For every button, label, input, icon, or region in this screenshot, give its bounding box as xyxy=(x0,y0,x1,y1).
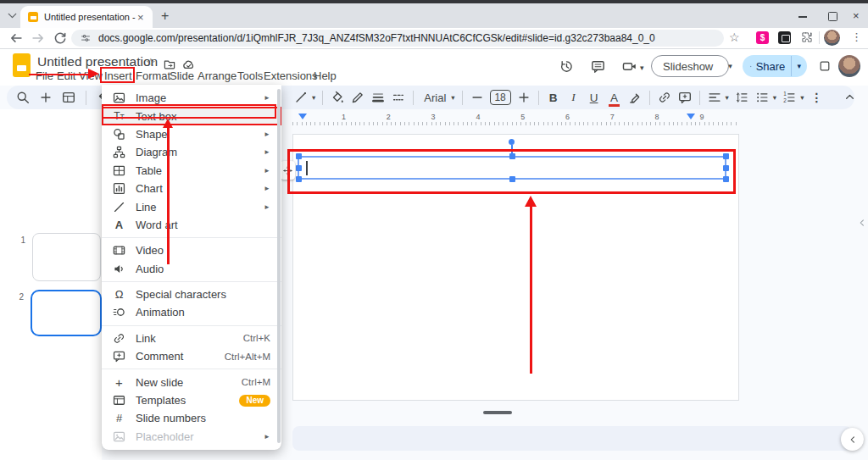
link-icon[interactable] xyxy=(657,90,672,105)
ruler-indent-marker-left[interactable] xyxy=(298,114,307,119)
caret-down-icon[interactable]: ▾ xyxy=(773,93,776,102)
share-caret-icon[interactable]: ▾ xyxy=(791,62,807,70)
numbers-icon[interactable]: 12 xyxy=(782,90,797,105)
caret-down-icon[interactable]: ▾ xyxy=(800,93,804,102)
menubar-item-tools[interactable]: Tools xyxy=(237,69,263,82)
menu-item-diagram[interactable]: Diagram► xyxy=(102,143,281,161)
menubar-item-file[interactable]: File xyxy=(36,69,53,82)
site-info-icon[interactable] xyxy=(80,32,92,44)
camera-caret-icon[interactable]: ▾ xyxy=(640,64,644,72)
menu-scrollbar[interactable] xyxy=(277,89,281,443)
italic-icon[interactable]: I xyxy=(566,90,581,105)
menu-item-new-slide[interactable]: +New slideCtrl+M xyxy=(102,373,281,391)
fill-icon[interactable] xyxy=(330,90,345,105)
document-title[interactable]: Untitled presentation xyxy=(37,54,158,69)
commentadd-icon[interactable] xyxy=(677,90,693,105)
layout-icon[interactable] xyxy=(61,90,76,105)
side-panel-chevron-icon[interactable] xyxy=(856,217,868,229)
hash-icon: # xyxy=(112,411,126,425)
menubar-item-arrange[interactable]: Arrange xyxy=(198,69,236,82)
slide-thumbnail-1[interactable] xyxy=(32,233,101,281)
bdash-icon[interactable] xyxy=(391,90,406,105)
spacing-icon[interactable] xyxy=(734,90,749,105)
caret-down-icon[interactable]: ▾ xyxy=(312,93,315,102)
bold-icon[interactable]: B xyxy=(546,90,561,105)
ruler-indent-marker-right[interactable] xyxy=(687,114,695,119)
menu-item-chart[interactable]: Chart► xyxy=(102,180,281,197)
menu-item-special-characters[interactable]: ΩSpecial characters xyxy=(102,285,281,303)
extensions-puzzle-icon[interactable] xyxy=(800,30,814,44)
star-document-icon[interactable]: ☆ xyxy=(146,56,156,69)
menu-item-slide-numbers[interactable]: #Slide numbers xyxy=(102,409,281,427)
extension-dark-icon[interactable] xyxy=(778,31,791,44)
browser-tab[interactable]: Untitled presentation - Google × xyxy=(20,6,153,28)
bweight-icon[interactable] xyxy=(370,90,386,105)
window-close-icon[interactable]: × xyxy=(853,10,860,22)
menu-item-templates[interactable]: TemplatesNew xyxy=(102,391,281,409)
rotation-handle[interactable] xyxy=(509,139,515,145)
collapse-panel-button[interactable] xyxy=(841,428,864,451)
version-history-icon[interactable] xyxy=(559,58,575,75)
more-icon[interactable]: ⋮ xyxy=(809,90,824,105)
caret-down-icon[interactable]: ▾ xyxy=(726,93,729,102)
linetool-icon[interactable] xyxy=(293,90,309,105)
slides-logo[interactable] xyxy=(13,53,31,77)
plus-icon[interactable] xyxy=(516,90,531,105)
slide-thumbnail-2-selected[interactable] xyxy=(31,290,102,336)
textcolor-icon[interactable]: A xyxy=(607,90,622,105)
speaker-notes-bar[interactable] xyxy=(292,426,852,451)
align-icon[interactable] xyxy=(707,90,722,105)
back-icon[interactable] xyxy=(8,30,24,46)
notes-drag-handle[interactable] xyxy=(483,411,512,414)
menubar-item-extensions[interactable]: Extensions xyxy=(264,69,318,82)
menu-item-audio[interactable]: Audio xyxy=(102,260,281,278)
highlight-icon[interactable] xyxy=(627,90,643,105)
meet-camera-icon[interactable] xyxy=(620,58,638,75)
window-minimize-icon[interactable] xyxy=(798,16,807,18)
font-size-input[interactable]: 18 xyxy=(490,90,511,105)
account-avatar[interactable] xyxy=(838,55,860,77)
browser-menu-icon[interactable]: ⋮ xyxy=(851,30,862,43)
font-family-select[interactable]: Arial xyxy=(420,91,448,104)
reload-icon[interactable] xyxy=(53,30,68,46)
caret-down-icon[interactable]: ▾ xyxy=(451,93,454,102)
menu-item-line[interactable]: Line► xyxy=(102,197,281,215)
bookmark-star-icon[interactable]: ☆ xyxy=(729,30,740,44)
tab-close-icon[interactable]: × xyxy=(137,11,144,24)
slideshow-caret-icon[interactable]: ▾ xyxy=(721,62,739,70)
menubar-item-format[interactable]: Format xyxy=(136,69,170,82)
browser-profile-avatar[interactable] xyxy=(824,30,840,46)
menubar-item-slide[interactable]: Slide xyxy=(170,69,194,82)
address-bar[interactable]: docs.google.com/presentation/d/1iQmhlFJR… xyxy=(71,30,724,47)
comments-icon[interactable] xyxy=(590,58,606,75)
focus-mode-icon[interactable] xyxy=(818,59,832,73)
menu-item-link[interactable]: LinkCtrl+K xyxy=(102,330,281,347)
slideshow-button[interactable]: Slideshow ▾ xyxy=(651,55,729,77)
menu-item-animation[interactable]: Animation xyxy=(102,303,281,321)
menubar-item-help[interactable]: Help xyxy=(314,69,337,82)
menu-item-comment[interactable]: CommentCtrl+Alt+M xyxy=(102,347,281,365)
menu-item-label: Table xyxy=(136,164,257,177)
new-tab-button[interactable]: + xyxy=(161,8,169,24)
plus-icon[interactable] xyxy=(38,90,53,105)
menu-item-shape[interactable]: Shape► xyxy=(102,125,281,143)
menu-item-label: Placeholder xyxy=(136,430,257,443)
menu-item-table[interactable]: Table► xyxy=(102,162,281,180)
window-maximize-icon[interactable] xyxy=(828,12,837,21)
tab-search-chevron-icon[interactable] xyxy=(5,8,19,23)
share-button[interactable]: Share ▾ xyxy=(743,55,807,77)
annotation-arrow-to-textbox-item xyxy=(167,127,170,264)
minus-icon[interactable] xyxy=(470,90,485,105)
forward-icon[interactable] xyxy=(31,30,46,46)
collapse-toolbar-icon[interactable] xyxy=(843,90,857,104)
search-icon[interactable] xyxy=(15,90,31,105)
pen-icon[interactable] xyxy=(350,90,365,105)
menu-item-word-art[interactable]: AWord art xyxy=(102,216,281,234)
bullets-icon[interactable] xyxy=(754,90,770,105)
under-icon[interactable]: U xyxy=(587,90,602,105)
divider xyxy=(819,31,820,44)
menubar-item-edit[interactable]: Edit xyxy=(57,69,75,82)
extension-dollar-icon[interactable]: $ xyxy=(756,31,769,44)
menu-item-video[interactable]: Video xyxy=(102,241,281,259)
line-icon xyxy=(112,200,126,214)
